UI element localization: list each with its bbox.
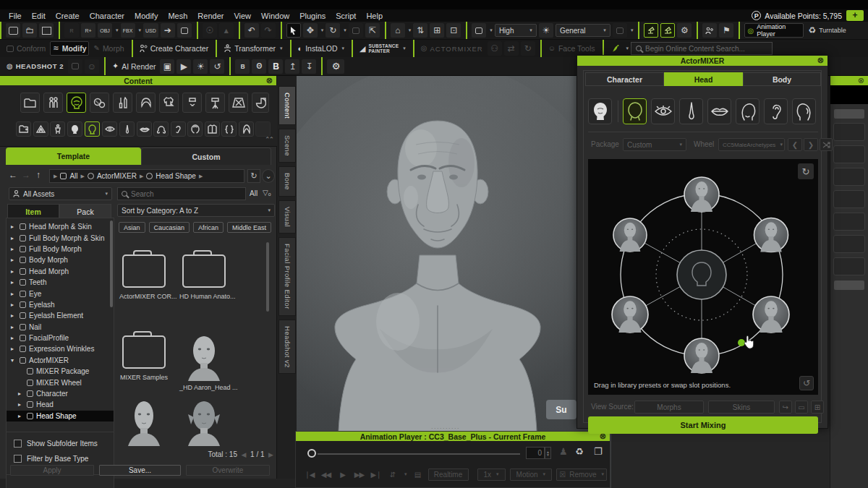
- wheel-reset-button[interactable]: ↻: [798, 163, 814, 179]
- motion-dropdown[interactable]: Motion▾: [510, 468, 553, 481]
- save-mix-icon[interactable]: ▭: [795, 401, 808, 414]
- sub-headphones-icon[interactable]: [153, 121, 169, 137]
- category-prop-icon[interactable]: [205, 93, 225, 113]
- upload-button[interactable]: ↥: [285, 59, 299, 74]
- magnet-tool-icon[interactable]: ▴: [219, 23, 234, 38]
- library-thumbnail[interactable]: ActorMIXER COR...: [119, 248, 169, 300]
- side-tab[interactable]: Facial Profile Editor: [278, 237, 296, 316]
- menu-item[interactable]: Window: [256, 12, 294, 20]
- search-scope-label[interactable]: All: [250, 189, 258, 197]
- select-tool-button[interactable]: [286, 23, 301, 38]
- menu-item[interactable]: Help: [361, 12, 388, 20]
- speed-dropdown[interactable]: 1x▾: [477, 468, 506, 481]
- partial-submit-button[interactable]: Su: [546, 400, 576, 419]
- characters-list-button[interactable]: [702, 23, 717, 38]
- headshot-face-icon[interactable]: ☺: [85, 59, 99, 74]
- menu-item[interactable]: Create: [51, 12, 85, 20]
- tab-custom[interactable]: Custom: [141, 147, 271, 165]
- category-stage-icon[interactable]: [229, 93, 248, 113]
- add-points-button[interactable]: +: [846, 10, 864, 21]
- tree-item[interactable]: ▸ FacialProfile: [7, 333, 114, 343]
- category-chip[interactable]: Caucasian: [149, 222, 190, 233]
- filter-base-checkbox[interactable]: [14, 455, 22, 463]
- animation-player-toolbar-button[interactable]: ◎ Animation Player: [744, 23, 804, 38]
- package-button[interactable]: [177, 23, 192, 38]
- prev-wheel-button[interactable]: ❮: [788, 138, 802, 151]
- menu-item[interactable]: Edit: [27, 12, 51, 20]
- category-material-icon[interactable]: [90, 93, 109, 113]
- menu-item[interactable]: File: [4, 12, 27, 20]
- side-tab[interactable]: Content: [278, 86, 296, 125]
- tree-item[interactable]: ▸ Eyelash: [7, 299, 114, 310]
- redo-button[interactable]: ↷: [261, 23, 276, 38]
- blender-sync-button[interactable]: ʘ: [252, 59, 266, 74]
- docked-slot[interactable]: [833, 190, 865, 208]
- scene-camera-button[interactable]: [660, 23, 675, 38]
- tree-item[interactable]: ▸ Head Morph: [7, 266, 114, 277]
- frame-spinner[interactable]: ▲▼: [545, 447, 551, 459]
- render-quality-icon[interactable]: [472, 23, 486, 38]
- link-icon[interactable]: ⇄: [504, 41, 519, 56]
- tab-item[interactable]: Item: [7, 204, 59, 219]
- side-tab[interactable]: Headshot v2: [278, 320, 296, 374]
- turntable-icon[interactable]: ♻: [575, 446, 584, 457]
- save-button[interactable]: Save...: [99, 465, 181, 476]
- thumbnail-scrollbar[interactable]: [266, 242, 269, 312]
- filter-base-row[interactable]: Filter by Base Type: [14, 455, 114, 463]
- breadcrumb[interactable]: ▶ All ▶ ActorMIXER ▶ Head Shape ▶: [49, 169, 244, 183]
- sub-brackets-icon[interactable]: [221, 121, 237, 137]
- morph-button[interactable]: ✎Morph: [91, 41, 126, 56]
- modify-button[interactable]: ≋Modify: [50, 41, 89, 56]
- skins-button[interactable]: Skins: [708, 401, 775, 414]
- undo-button[interactable]: ↶: [244, 23, 259, 38]
- docked-slot[interactable]: [833, 235, 865, 253]
- collapse-grid-icon[interactable]: ⌃⌃: [265, 136, 273, 143]
- settings-gear-button[interactable]: ⚙: [327, 59, 344, 74]
- add-mix-icon[interactable]: ⊞: [811, 401, 824, 414]
- export-mix-icon[interactable]: ↪: [779, 401, 792, 414]
- docked-slot[interactable]: [833, 257, 865, 275]
- library-thumbnail[interactable]: HD Human Anato...: [179, 248, 229, 300]
- remove-dropdown[interactable]: ☒Remove▾: [556, 468, 607, 481]
- breadcrumb-expand-button[interactable]: ⌄: [262, 169, 275, 183]
- head-skin-icon[interactable]: [588, 98, 612, 124]
- pose-person-icon[interactable]: ♟: [559, 446, 568, 457]
- go-last-button[interactable]: ▶❘: [370, 471, 382, 479]
- tree-item[interactable]: ▸ Head: [7, 399, 114, 410]
- actormixer-close-icon[interactable]: ⊗: [817, 56, 824, 65]
- head-back-icon[interactable]: [792, 98, 816, 124]
- sub-headband-icon[interactable]: [187, 121, 203, 137]
- headshot-mask-icon[interactable]: [68, 59, 82, 74]
- tab-template[interactable]: Template: [6, 147, 141, 165]
- back-arrow-icon[interactable]: ←: [9, 170, 17, 180]
- wheel-dropdown[interactable]: CC5MaleArchetypes▾: [718, 138, 785, 151]
- tree-item[interactable]: ▸ Eye: [7, 288, 114, 299]
- up-arrow-icon[interactable]: ↑: [36, 170, 41, 180]
- bold-b-button[interactable]: B: [268, 59, 283, 74]
- timeline-track[interactable]: [318, 453, 520, 455]
- pin-tool-icon[interactable]: ☉: [203, 23, 217, 38]
- sub-eye-icon[interactable]: [102, 121, 117, 137]
- content-panel-header[interactable]: Content ⊗: [0, 76, 276, 85]
- center-pivot-button[interactable]: ⊞: [430, 23, 444, 38]
- tree-item[interactable]: ▸ Teeth: [7, 277, 114, 288]
- docked-slot[interactable]: [833, 123, 865, 141]
- plant-plugin-button[interactable]: [608, 41, 623, 56]
- docked-close-icon[interactable]: ⊗: [858, 76, 864, 85]
- mouth-icon[interactable]: [707, 98, 731, 124]
- apply-button[interactable]: Apply: [10, 465, 94, 476]
- tree-scrollbar[interactable]: [110, 221, 113, 307]
- menu-item[interactable]: Character: [85, 12, 129, 20]
- sub-jacket-icon[interactable]: [205, 121, 220, 137]
- side-tab[interactable]: Bone: [278, 166, 296, 197]
- sub-lips-icon[interactable]: [137, 121, 152, 137]
- sort-dropdown[interactable]: Sort by Category: A to Z▾: [117, 204, 275, 217]
- show-subfolder-row[interactable]: Show Subfolder Items: [14, 440, 114, 448]
- snap-tool-button[interactable]: ⇱: [365, 23, 380, 38]
- docked-slot[interactable]: [833, 145, 865, 163]
- sync-refresh-button[interactable]: ↻: [247, 169, 260, 183]
- refresh-character-icon[interactable]: ↻: [521, 41, 535, 56]
- category-chip[interactable]: African: [193, 222, 224, 233]
- effects-button[interactable]: [613, 23, 627, 38]
- substance-painter-button[interactable]: ◢ SUBSTANCEPAINTER ▾: [357, 41, 408, 56]
